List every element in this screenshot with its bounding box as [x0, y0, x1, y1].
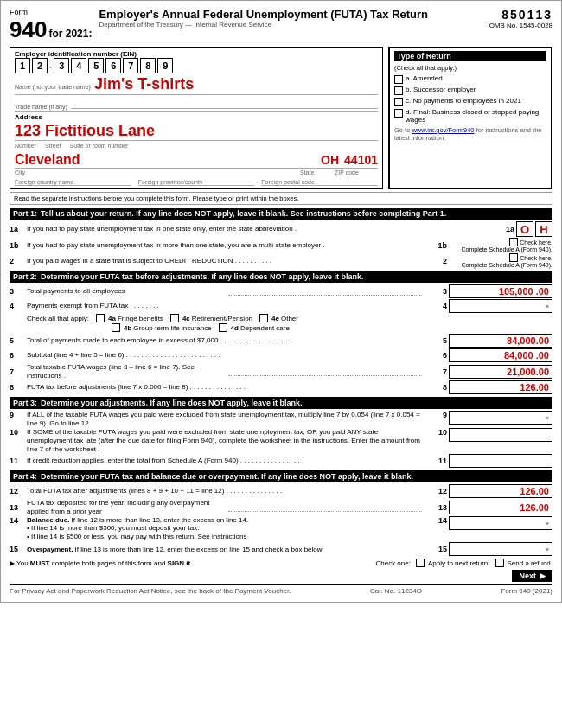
cb-4d-text: Dependent care	[240, 324, 290, 332]
next-button[interactable]: Next ▶	[512, 570, 552, 582]
part2: Part 2: Determine your FUTA tax before a…	[10, 271, 552, 394]
part4-label: Part 4:	[13, 472, 37, 481]
ein-digit-1[interactable]: 1	[15, 58, 30, 73]
line-3-value[interactable]: 105,000 .00	[449, 284, 552, 298]
line-7-desc: Total taxable FUTA wages (line 3 – line …	[27, 363, 225, 380]
line-14-content: Balance due. If line 12 is more than lin…	[27, 516, 425, 541]
part1-desc: Tell us about your return. If any line d…	[41, 209, 446, 218]
cb-4a-text: Fringe benefits	[118, 315, 163, 322]
cb-successor[interactable]	[394, 86, 403, 95]
part2-header: Part 2: Determine your FUTA tax before a…	[10, 271, 552, 283]
must-complete-row: ▶ You MUST complete both pages of this f…	[10, 559, 552, 567]
foreign-province-field[interactable]: Foreign province/county	[138, 179, 255, 186]
label-apply-next: Apply to next return.	[428, 559, 490, 567]
address-label: Address	[15, 113, 378, 121]
omb-number: 850113	[489, 8, 552, 22]
ein-digit-9[interactable]: 9	[157, 58, 173, 73]
cb-final[interactable]	[394, 109, 403, 118]
check-apply-cb: Apply to next return.	[416, 559, 490, 567]
cb-4c[interactable]	[170, 314, 179, 322]
ein-digit-3[interactable]: 3	[54, 58, 69, 73]
cb-2[interactable]	[509, 253, 518, 262]
foreign-country-field[interactable]: Foreign country name	[15, 179, 131, 186]
instructions-row: Read the separate instructions before yo…	[10, 192, 552, 205]
line-10-desc: If SOME of the taxable FUTA wages you pa…	[27, 428, 425, 453]
name-value[interactable]: Jim's T-shirts	[94, 75, 194, 93]
line-4-checkboxes: Check all that apply: 4a Fringe benefits…	[27, 314, 552, 332]
ein-digit-2[interactable]: 2	[32, 58, 48, 73]
line-13-value[interactable]: 126.00	[449, 501, 552, 514]
line-6-desc: Subtotal (line 4 + line 5 = line 6) . . …	[27, 351, 425, 360]
cb-4a[interactable]	[96, 314, 105, 322]
trade-value-field[interactable]	[71, 97, 378, 109]
cb-4e[interactable]	[259, 314, 268, 322]
cb-4b[interactable]	[112, 323, 120, 332]
state-label-text: State	[300, 169, 335, 176]
line-11-value[interactable]	[449, 454, 552, 468]
address-sub: Number Street Suite or room number	[15, 143, 378, 149]
omb-block: 850113 OMB No. 1545-0028	[489, 8, 552, 29]
addr-sub-suite: Suite or room number	[70, 143, 129, 149]
cb-4b-label: 4b Group-term life insurance	[112, 323, 212, 332]
line-9-value[interactable]: •	[449, 411, 552, 425]
address-value[interactable]: 123 Fictitious Lane	[15, 122, 378, 141]
line-7-value[interactable]: 21,000.00	[449, 365, 552, 379]
form-number-block: Form 940 for 2021:	[10, 8, 92, 43]
employer-left: Employer identification number (EIN) 1 2…	[10, 47, 383, 189]
cb-amended[interactable]	[394, 75, 403, 84]
ein-digit-6[interactable]: 6	[105, 58, 121, 73]
sub-title: Department of the Treasury — Internal Re…	[99, 21, 489, 29]
line-13-dots	[228, 503, 423, 512]
type-return-subtitle: (Check all that apply.)	[394, 64, 546, 72]
line-10-value[interactable]	[449, 428, 552, 442]
line-4-num: 4	[10, 302, 27, 310]
line-13-row: 13 FUTA tax deposited for the year, incl…	[10, 499, 552, 515]
part4: Part 4: Determine your FUTA tax and bala…	[10, 470, 552, 582]
oh-box-h[interactable]: H	[535, 221, 552, 237]
ein-digit-5[interactable]: 5	[88, 58, 104, 73]
line-12-value[interactable]: 126.00	[449, 484, 552, 498]
irs-link[interactable]: www.irs.gov/Form940	[412, 126, 474, 134]
line-1b-ref: 1b	[425, 241, 447, 250]
line-14-row: 14 Balance due. If line 12 is more than …	[10, 516, 552, 541]
line-14-desc: Balance due. If line 12 is more than lin…	[27, 516, 425, 524]
line-8-value[interactable]: 126.00	[449, 380, 552, 394]
cb-4d[interactable]	[219, 323, 227, 332]
line-5-num: 5	[10, 336, 27, 345]
line-13-ref: 13	[425, 503, 447, 512]
ein-digit-8[interactable]: 8	[140, 58, 156, 73]
zip-value[interactable]: 44101	[344, 153, 378, 167]
cb-send-refund[interactable]	[495, 559, 504, 567]
label-amended: a. Amended	[406, 74, 443, 82]
footer-form-ref: Form 940 (2021)	[501, 587, 552, 595]
footer-privacy: For Privacy Act and Paperwork Reduction …	[10, 587, 291, 595]
line-15-value[interactable]: •	[449, 542, 552, 556]
line-1b-row: 1b If you had to pay state unemployment …	[10, 238, 552, 252]
line-1a-row: 1a If you had to pay state unemployment …	[10, 221, 552, 237]
line-12-row: 12 Total FUTA tax after adjustments (lin…	[10, 484, 552, 498]
cb-1b[interactable]	[509, 238, 518, 246]
city-value[interactable]: Cleveland	[15, 152, 316, 168]
line-4-value[interactable]: •	[449, 299, 552, 313]
foreign-row: Foreign country name Foreign province/co…	[15, 179, 378, 186]
line-5-value[interactable]: 84,000.00	[449, 334, 552, 348]
line-14-value[interactable]: •	[449, 516, 552, 530]
oh-box-o[interactable]: O	[516, 221, 533, 237]
state-value[interactable]: OH	[321, 153, 339, 167]
part4-header: Part 4: Determine your FUTA tax and bala…	[10, 470, 552, 482]
part3: Part 3: Determine your adjustments. If a…	[10, 397, 552, 468]
line-12-ref: 12	[425, 487, 447, 495]
line-9-num: 9	[10, 411, 27, 419]
cb-no-payments[interactable]	[394, 98, 403, 106]
cb-4d-label: 4d Dependent care	[219, 323, 290, 332]
form-year: for 2021:	[48, 28, 92, 40]
line-11-num: 11	[10, 457, 27, 465]
ein-digit-7[interactable]: 7	[123, 58, 138, 73]
line-6-value[interactable]: 84,000 .00	[449, 348, 552, 362]
must-complete-text: ▶ You MUST complete both pages of this f…	[10, 559, 192, 567]
cb-apply-next[interactable]	[416, 559, 425, 567]
foreign-postal-field[interactable]: Foreign postal code	[261, 179, 378, 186]
line-3-ref: 3	[425, 287, 447, 296]
ein-digit-4[interactable]: 4	[71, 58, 86, 73]
checkbox-successor: b. Successor employer	[394, 86, 546, 95]
